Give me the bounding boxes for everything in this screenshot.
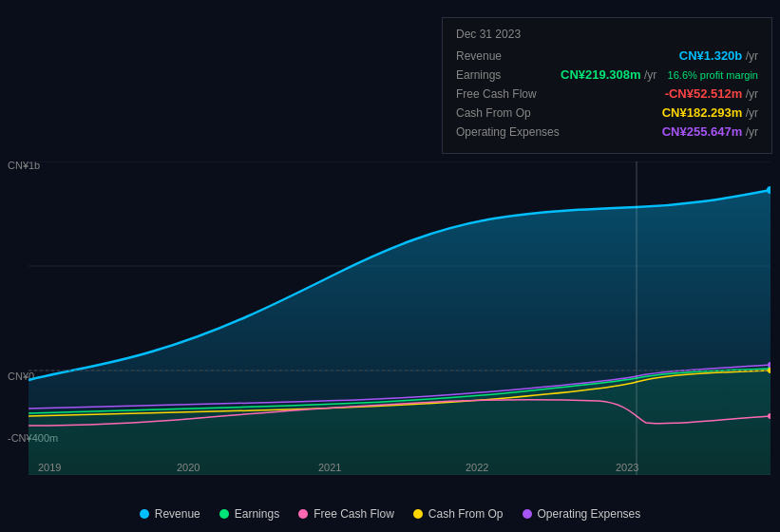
tooltip-label-revenue: Revenue	[456, 49, 561, 63]
legend-dot-fcf	[298, 509, 308, 519]
tooltip-box: Dec 31 2023 Revenue CN¥1.320b /yr Earnin…	[442, 17, 772, 154]
legend-item-fcf: Free Cash Flow	[298, 507, 394, 521]
legend-dot-cfop	[413, 509, 423, 519]
legend-label-fcf: Free Cash Flow	[314, 507, 394, 521]
tooltip-label-earnings: Earnings	[456, 68, 561, 82]
legend-item-earnings: Earnings	[219, 507, 279, 521]
tooltip-label-opex: Operating Expenses	[456, 125, 561, 139]
legend-item-opex: Operating Expenses	[523, 507, 641, 521]
legend-dot-opex	[523, 509, 532, 519]
chart-container: Dec 31 2023 Revenue CN¥1.320b /yr Earnin…	[0, 0, 780, 532]
tooltip-row-cfop: Cash From Op CN¥182.293m /yr	[456, 105, 758, 120]
legend-item-cfop: Cash From Op	[413, 507, 504, 521]
tooltip-value-fcf: -CN¥52.512m	[665, 86, 743, 101]
legend-dot-earnings	[219, 509, 229, 519]
legend-dot-revenue	[140, 509, 149, 519]
legend-label-earnings: Earnings	[235, 507, 279, 521]
tooltip-row-opex: Operating Expenses CN¥255.647m /yr	[456, 124, 758, 139]
tooltip-title: Dec 31 2023	[456, 28, 758, 41]
tooltip-value-opex: CN¥255.647m	[662, 124, 743, 139]
legend-item-revenue: Revenue	[140, 507, 200, 521]
profit-margin-text: 16.6% profit margin	[668, 69, 758, 81]
tooltip-label-cfop: Cash From Op	[456, 106, 561, 120]
chart-svg	[29, 162, 770, 475]
x-label-2022: 2022	[466, 462, 488, 473]
legend-label-cfop: Cash From Op	[428, 507, 504, 521]
tooltip-label-fcf: Free Cash Flow	[456, 87, 561, 101]
tooltip-value-earnings: CN¥219.308m	[561, 67, 641, 82]
legend-label-opex: Operating Expenses	[538, 507, 641, 521]
chart-legend: Revenue Earnings Free Cash Flow Cash Fro…	[0, 507, 780, 521]
x-label-2020: 2020	[177, 462, 200, 473]
tooltip-row-fcf: Free Cash Flow -CN¥52.512m /yr	[456, 86, 758, 101]
tooltip-row-earnings: Earnings CN¥219.308m /yr 16.6% profit ma…	[456, 67, 758, 82]
tooltip-value-revenue: CN¥1.320b	[679, 48, 742, 63]
tooltip-value-cfop: CN¥182.293m	[662, 105, 743, 120]
tooltip-row-revenue: Revenue CN¥1.320b /yr	[456, 48, 758, 63]
x-label-2021: 2021	[318, 462, 341, 473]
x-label-2019: 2019	[38, 462, 61, 473]
legend-label-revenue: Revenue	[155, 507, 200, 521]
x-label-2023: 2023	[616, 462, 638, 473]
